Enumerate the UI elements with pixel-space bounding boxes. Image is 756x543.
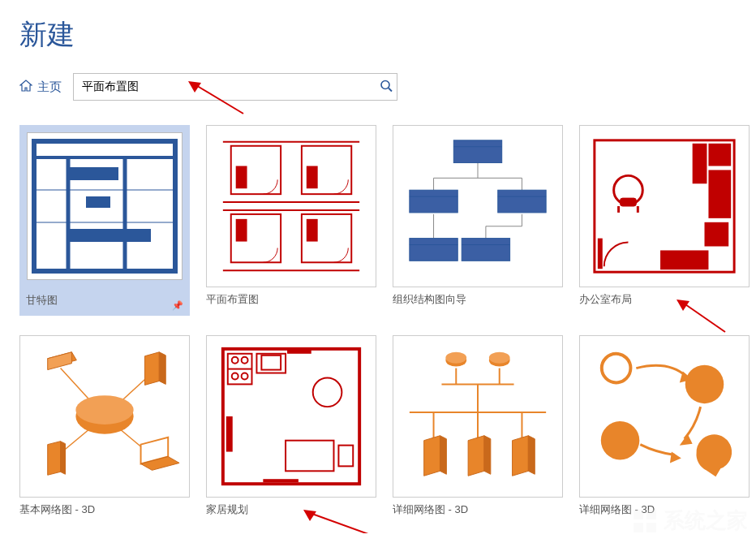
svg-rect-36 <box>410 239 457 261</box>
template-card-gantt[interactable]: 甘特图 📌 <box>19 125 190 316</box>
template-label: 平面布置图 <box>206 292 376 307</box>
home-icon <box>19 80 32 95</box>
svg-rect-73 <box>338 446 353 467</box>
svg-rect-48 <box>660 250 708 269</box>
template-label: 甘特图 <box>26 294 58 306</box>
template-card-basic-network-3d[interactable]: 基本网络图 - 3D <box>19 335 190 517</box>
svg-rect-75 <box>263 479 299 482</box>
svg-point-92 <box>685 365 724 404</box>
svg-rect-46 <box>708 170 731 218</box>
template-label: 详细网络图 - 3D <box>393 502 563 517</box>
svg-rect-44 <box>693 144 707 184</box>
svg-rect-11 <box>86 196 110 208</box>
svg-point-61 <box>75 395 133 424</box>
svg-rect-10 <box>70 167 118 180</box>
svg-point-65 <box>232 357 238 364</box>
template-thumbnail-basic-network-icon <box>20 336 189 497</box>
watermark: 系统之家 <box>631 506 748 533</box>
template-thumbnail-gantt-icon <box>28 133 182 279</box>
template-label: 组织结构图向导 <box>393 292 563 307</box>
svg-rect-70 <box>261 356 281 370</box>
search-button[interactable] <box>380 80 393 95</box>
svg-point-68 <box>242 373 248 380</box>
home-link[interactable]: 主页 <box>19 80 62 95</box>
search-icon <box>380 83 393 95</box>
template-card-home-plan[interactable]: 家居规划 <box>206 335 376 517</box>
svg-rect-53 <box>598 239 603 269</box>
svg-point-0 <box>381 81 389 89</box>
svg-rect-37 <box>462 239 509 261</box>
pin-icon: 📌 <box>172 300 183 311</box>
svg-point-88 <box>445 352 466 364</box>
template-label: 家居规划 <box>206 502 376 517</box>
svg-rect-23 <box>236 219 247 242</box>
svg-rect-98 <box>646 510 656 519</box>
svg-line-54 <box>683 303 725 332</box>
svg-rect-21 <box>236 166 247 189</box>
svg-rect-97 <box>634 510 643 519</box>
template-card-detail-network-3d[interactable]: 详细网络图 - 3D <box>393 335 563 517</box>
search-box <box>73 73 397 101</box>
template-card-detail-network-3d-2[interactable]: 详细网络图 - 3D <box>579 335 750 517</box>
template-thumbnail-homeplan-icon <box>207 336 376 497</box>
svg-rect-74 <box>226 416 233 452</box>
template-card-office-layout[interactable]: 办公室布局 <box>579 125 750 316</box>
svg-rect-100 <box>646 523 656 532</box>
svg-rect-35 <box>498 190 546 213</box>
page-title: 新建 <box>19 16 737 54</box>
svg-point-93 <box>601 421 640 460</box>
svg-line-1 <box>389 88 392 92</box>
svg-rect-24 <box>307 219 318 242</box>
template-thumbnail-orgchart-icon <box>393 126 562 287</box>
svg-rect-76 <box>287 349 311 354</box>
template-thumbnail-detail-network-icon <box>393 336 562 497</box>
template-thumbnail-flow-icon <box>580 336 749 497</box>
svg-rect-12 <box>70 229 151 242</box>
svg-rect-33 <box>453 140 501 163</box>
template-card-floor-plan[interactable]: 平面布置图 <box>206 125 376 316</box>
template-label: 办公室布局 <box>579 292 750 307</box>
home-label: 主页 <box>37 80 62 95</box>
svg-point-71 <box>313 377 342 407</box>
svg-point-66 <box>242 357 248 364</box>
svg-rect-47 <box>705 222 729 247</box>
svg-rect-45 <box>708 144 731 166</box>
svg-rect-34 <box>410 190 457 213</box>
svg-point-90 <box>489 352 510 364</box>
search-input[interactable] <box>73 73 397 101</box>
watermark-logo-icon <box>631 507 659 534</box>
template-label: 基本网络图 - 3D <box>19 502 190 517</box>
breadcrumb: 主页 <box>19 73 737 101</box>
template-thumbnail-floorplan-icon <box>207 126 376 287</box>
svg-point-67 <box>232 373 238 380</box>
svg-rect-99 <box>634 523 643 532</box>
svg-point-91 <box>602 354 631 383</box>
svg-marker-96 <box>670 452 681 463</box>
template-thumbnail-office-icon <box>580 126 749 287</box>
svg-rect-50 <box>621 198 637 206</box>
templates-grid: 甘特图 📌 <box>19 125 737 517</box>
watermark-text: 系统之家 <box>664 506 748 533</box>
svg-rect-72 <box>286 441 333 472</box>
template-card-orgchart-wizard[interactable]: 组织结构图向导 <box>393 125 563 316</box>
svg-rect-22 <box>307 166 318 189</box>
